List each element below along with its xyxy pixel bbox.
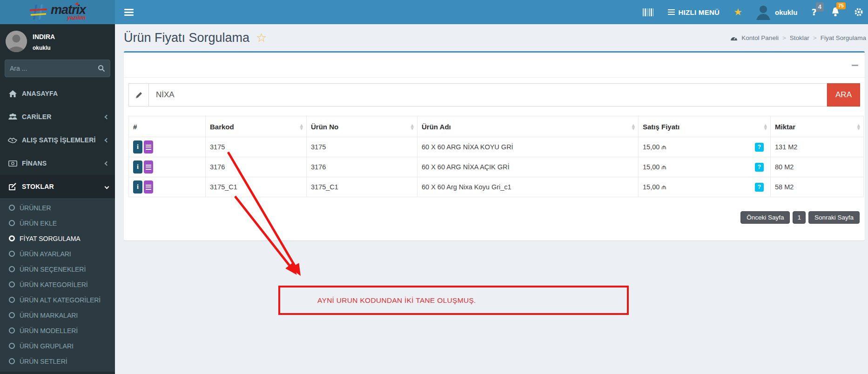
column-header-miktar[interactable]: Miktar▲▼: [771, 116, 864, 137]
navbar-username: okuklu: [775, 8, 797, 16]
notifications-button[interactable]: 75: [831, 7, 840, 17]
row-info-button[interactable]: i: [133, 160, 142, 174]
cell-miktar: 131 M2: [771, 137, 864, 157]
dashboard-icon: [730, 35, 738, 41]
breadcrumb-stoklar[interactable]: Stoklar: [790, 34, 809, 41]
circle-icon: [9, 220, 15, 226]
column-header-satis-fiyati[interactable]: Satış Fiyatı▲▼: [639, 116, 771, 137]
submenu-item-urunler[interactable]: ÜRÜNLER: [0, 200, 115, 215]
sort-icon: ▲▼: [764, 124, 767, 130]
list-icon: [146, 145, 151, 150]
table-row: i 3176 3176 60 X 60 ARG NİXA AÇIK GRİ 15…: [129, 157, 864, 177]
row-detail-list-button[interactable]: [144, 180, 153, 194]
barcode-icon[interactable]: [643, 8, 654, 16]
submenu-item-urun-setleri[interactable]: ÜRÜN SETLERİ: [0, 354, 115, 369]
cell-satis-fiyati: 15,00 ₼: [643, 143, 755, 151]
cell-satis-fiyati: 15,00 ₼: [643, 163, 755, 171]
star-icon[interactable]: ★: [733, 7, 742, 18]
page-number-button[interactable]: 1: [793, 211, 806, 224]
column-header-urun-no[interactable]: Ürün No▲▼: [307, 116, 417, 137]
content-header: Ürün Fiyatı Sorgulama ☆ Kontol Paneli > …: [115, 24, 868, 51]
navbar-user-menu[interactable]: okuklu: [756, 4, 797, 20]
sidebar-item-finans[interactable]: FİNANS: [0, 152, 115, 175]
row-detail-list-button[interactable]: [144, 160, 153, 174]
previous-page-button[interactable]: Önceki Sayfa: [740, 211, 790, 224]
search-icon[interactable]: [98, 65, 105, 72]
notification-badge: 75: [836, 2, 846, 9]
submenu-item-urun-secenekleri[interactable]: ÜRÜN SEÇENEKLERİ: [0, 261, 115, 277]
brand-wordmark: matrix yazılım: [51, 4, 86, 20]
circle-icon: [9, 281, 15, 287]
cell-barkod: 3175: [206, 137, 307, 157]
users-icon: [7, 114, 18, 120]
circle-icon: [9, 343, 15, 349]
sort-icon: ▲▼: [632, 124, 635, 130]
sort-icon: ▲▼: [857, 124, 860, 130]
settings-button[interactable]: [854, 7, 863, 17]
pencil-icon: [128, 83, 148, 107]
annotation-box: AYNİ URUN KODUNDAN İKİ TANE OLUŞMUŞ.: [278, 286, 629, 315]
submenu-item-fiyat-sorgulama[interactable]: FİYAT SORGULAMA: [0, 231, 115, 246]
info-icon: i: [137, 163, 139, 171]
circle-icon: [9, 312, 15, 318]
help-badge: 4: [816, 2, 824, 12]
row-info-button[interactable]: i: [133, 180, 142, 194]
sidebar-user-name: INDIRA: [33, 33, 55, 40]
cell-miktar: 58 M2: [771, 177, 864, 197]
submenu-item-urun-modelleri[interactable]: ÜRÜN MODELLERİ: [0, 323, 115, 338]
search-submit-button[interactable]: ARA: [827, 83, 860, 107]
product-search-input[interactable]: [148, 83, 827, 107]
sidebar-item-anasayfa[interactable]: ANASAYFA: [0, 82, 115, 105]
row-info-button[interactable]: i: [133, 140, 142, 154]
sidebar-menu: ANASAYFA CARİLER ALIŞ SATIŞ İŞLEMLERİ: [0, 82, 115, 372]
chevron-left-icon: [105, 161, 109, 166]
main-content: Ürün Fiyatı Sorgulama ☆ Kontol Paneli > …: [115, 24, 868, 374]
cell-urun-no: 3175: [307, 137, 417, 157]
column-header-urun-adi[interactable]: Ürün Adı▲▼: [417, 116, 639, 137]
breadcrumb-kontrol-paneli[interactable]: Kontol Paneli: [741, 34, 779, 41]
sidebar-item-stoklar[interactable]: STOKLAR: [0, 175, 115, 198]
annotation-text: AYNİ URUN KODUNDAN İKİ TANE OLUŞMUŞ.: [317, 296, 476, 305]
submenu-item-urun-ayarlari[interactable]: ÜRÜN AYARLARI: [0, 246, 115, 261]
question-badge-icon[interactable]: ?: [755, 163, 764, 172]
circle-icon: [9, 235, 15, 241]
cell-barkod: 3176: [206, 157, 307, 177]
question-badge-icon[interactable]: ?: [755, 143, 764, 152]
help-button[interactable]: ? 4: [811, 7, 817, 18]
sidebar-item-cariler[interactable]: CARİLER: [0, 105, 115, 128]
next-page-button[interactable]: Sonraki Sayfa: [808, 211, 860, 224]
cell-urun-no: 3176: [307, 157, 417, 177]
submenu-item-urun-alt-kategorileri[interactable]: ÜRÜN ALT KATEGORİLERİ: [0, 292, 115, 307]
breadcrumb-fiyat-sorgulama: Fiyat Sorgulama: [821, 34, 866, 41]
sidebar-item-alis-satis[interactable]: ALIŞ SATIŞ İŞLEMLERİ: [0, 128, 115, 152]
column-header-barkod[interactable]: Barkod▲▼: [206, 116, 307, 137]
column-header-index: #: [129, 116, 206, 137]
table-row: i 3175 3175 60 X 60 ARG NİXA KOYU GRİ 15…: [129, 137, 864, 157]
quick-menu-button[interactable]: HIZLI MENÜ: [668, 8, 720, 16]
row-detail-list-button[interactable]: [144, 140, 153, 154]
submenu-item-urun-gruplari[interactable]: ÜRÜN GRUPLARI: [0, 338, 115, 354]
submenu-item-urun-ekle[interactable]: ÜRÜN EKLE: [0, 215, 115, 231]
sidebar-toggle-button[interactable]: [124, 7, 134, 17]
submenu-item-urun-markalari[interactable]: ÜRÜN MARKALARI: [0, 307, 115, 323]
brand-logo[interactable]: matrix yazılım: [0, 0, 115, 24]
favorite-star-icon[interactable]: ☆: [256, 31, 267, 45]
user-avatar-icon: [6, 31, 27, 52]
cell-barkod: 3175_C1: [206, 177, 307, 197]
cell-satis-fiyati: 15,00 ₼: [643, 183, 755, 191]
sidebar-search-input[interactable]: [10, 65, 98, 72]
search-results-panel: ARA # Barkod▲▼ Ürün No▲▼ Ürün Adı▲▼ Satı…: [124, 51, 865, 240]
sidebar: matrix yazılım INDIRA okuklu: [0, 0, 115, 374]
chevron-left-icon: [105, 138, 109, 142]
submenu-item-urun-kategorileri[interactable]: ÜRÜN KATEGORİLERİ: [0, 277, 115, 292]
cell-urun-no: 3175_C1: [307, 177, 417, 197]
chevron-down-icon: [105, 184, 109, 189]
cell-urun-adi: 60 X 60 ARG NİXA KOYU GRİ: [417, 137, 639, 157]
page-title: Ürün Fiyatı Sorgulama: [124, 31, 249, 45]
question-badge-icon[interactable]: ?: [755, 183, 764, 192]
navbar-avatar-icon: [756, 4, 770, 20]
product-search-group: ARA: [128, 83, 860, 107]
sort-icon: ▲▼: [300, 124, 303, 130]
handshake-icon: [7, 137, 18, 143]
collapse-minus-icon[interactable]: [852, 65, 858, 66]
